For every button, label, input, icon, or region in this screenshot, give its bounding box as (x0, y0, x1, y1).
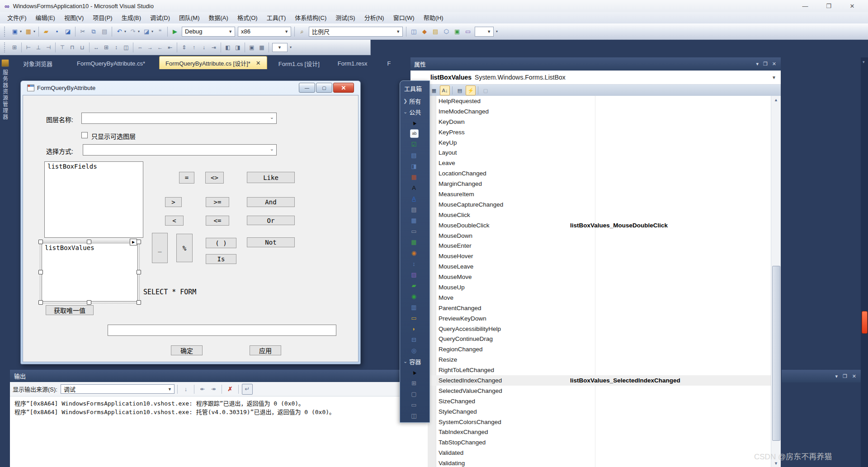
listbox-fields[interactable]: listBoxFields (44, 161, 143, 238)
toolbar-overflow-icon[interactable]: ▾ (496, 29, 498, 33)
toolbox-item-common-12[interactable]: ◉ (400, 247, 429, 258)
event-row-parentchanged[interactable]: ParentChanged (410, 303, 771, 313)
event-row-marginchanged[interactable]: MarginChanged (410, 179, 771, 189)
tab--[interactable]: 对象浏览器 (17, 57, 58, 69)
toolbox-section-all[interactable]: ❯所有 (400, 95, 429, 106)
layer-name-label[interactable]: 图层名称: (46, 115, 73, 124)
align-to-grid-icon[interactable]: ⊞ (10, 43, 19, 52)
toolbox-section-common[interactable]: ⌄公共 (400, 106, 429, 117)
resize-handle[interactable] (38, 240, 43, 244)
float-window-icon[interactable]: ❐ (843, 373, 847, 379)
resize-handle[interactable] (87, 300, 91, 305)
find-message-icon[interactable]: ↓ (181, 384, 191, 394)
paste-icon[interactable]: ▤ (99, 26, 110, 37)
close-icon[interactable]: ✕ (256, 60, 261, 66)
center-horizontal-icon[interactable]: ◧ (223, 43, 232, 52)
designer-form-titlebar[interactable]: FormQueryByAttribute — ▢ ✕ (21, 81, 360, 94)
operator-not-button[interactable]: Not (247, 237, 295, 247)
apply-button[interactable]: 应用 (250, 345, 281, 355)
v-spacing-decrease-icon[interactable]: ↓ (199, 43, 208, 52)
save-icon[interactable]: ▪ (52, 26, 62, 37)
start-debugging-icon[interactable]: ▶ (170, 26, 180, 37)
event-row-imemodechanged[interactable]: ImeModeChanged (410, 106, 771, 117)
toolbox-item-containers-0[interactable]: ▲ (400, 367, 429, 377)
event-row-selectedvaluechanged[interactable]: SelectedValueChanged (410, 386, 771, 396)
tab-form1-cs-[interactable]: Form1.cs [设计] (273, 57, 326, 69)
operator-and-button[interactable]: And (247, 197, 295, 207)
event-row-mousedown[interactable]: MouseDown (410, 231, 771, 241)
toolbox-item-common-14[interactable]: ▨ (400, 269, 429, 280)
sidebar-tab-server-explorer[interactable]: 服务器资源管理器 (0, 57, 10, 157)
event-row-mouseclick[interactable]: MouseClick (410, 210, 771, 220)
properties-window-icon[interactable]: ▤ (430, 26, 441, 37)
tab-form1-resx[interactable]: Form1.resx (332, 57, 373, 69)
align-rights-icon[interactable]: ⊣ (44, 43, 53, 52)
close-icon[interactable]: ✕ (772, 61, 776, 67)
only-selectable-checkbox[interactable] (81, 132, 88, 138)
menu-item-3[interactable]: 项目(P) (88, 12, 117, 24)
center-vertical-icon[interactable]: ◨ (233, 43, 242, 52)
menu-item-4[interactable]: 生成(B) (117, 12, 146, 24)
output-panel-header[interactable]: 输出 (10, 370, 410, 382)
menu-item-11[interactable]: 测试(S) (331, 12, 359, 24)
event-row-validating[interactable]: Validating (410, 458, 771, 467)
event-row-layout[interactable]: Layout (410, 147, 771, 158)
platform-combo[interactable]: x86▼ (238, 27, 291, 37)
new-project-icon[interactable]: ▣▾ (9, 26, 23, 37)
h-spacing-remove-icon[interactable]: ⇤ (165, 43, 175, 52)
menu-item-5[interactable]: 调试(D) (146, 12, 175, 24)
output-source-combobox[interactable]: 调试 ▼ (61, 384, 175, 394)
chevron-down-icon[interactable]: ▾ (863, 60, 865, 64)
get-unique-values-button[interactable]: 获取唯一值 (46, 305, 94, 315)
event-row-locationchanged[interactable]: LocationChanged (410, 168, 771, 179)
toolbox-item-common-0[interactable]: ▲ (400, 117, 429, 128)
events-view-icon[interactable]: ⚡ (466, 85, 476, 95)
align-middles-icon[interactable]: ⊓ (68, 43, 77, 52)
tab-f[interactable]: F (382, 57, 391, 69)
window-minimize-button[interactable]: — (799, 3, 811, 9)
select-mode-label[interactable]: 选择方式: (46, 146, 73, 156)
toolbox-item-common-16[interactable]: ◉ (400, 291, 429, 302)
find-icon[interactable]: ⌕ (297, 26, 307, 37)
tab-formquerybyattribute-cs-[interactable]: FormQueryByAttribute.cs [设计]*✕ (159, 56, 267, 69)
categorized-icon[interactable]: ▦ (429, 85, 439, 95)
h-spacing-increase-icon[interactable]: → (146, 43, 155, 52)
docked-panel-header[interactable]: ▾ ❐ ✕ (782, 370, 861, 382)
scroll-up-icon[interactable]: ▲ (771, 96, 781, 104)
properties-view-icon[interactable]: ▤ (455, 85, 465, 95)
alphabetical-sort-icon[interactable]: A↓ (440, 85, 450, 95)
save-all-icon[interactable]: ◪ (62, 26, 73, 37)
resize-handle[interactable] (38, 300, 43, 305)
navigate-icon[interactable]: ◪▾ (141, 26, 155, 37)
operator-paren-button[interactable]: ( ) (206, 238, 236, 248)
operator-or-button[interactable]: Or (247, 216, 295, 225)
toolbox-item-common-21[interactable]: ◎ (400, 345, 429, 356)
toolbox-item-common-7[interactable]: A (400, 193, 429, 204)
scrollbar-thumb[interactable] (772, 266, 780, 441)
h-spacing-decrease-icon[interactable]: ← (156, 43, 165, 52)
toolbox-item-common-20[interactable]: ⊟ (400, 334, 429, 345)
align-lefts-icon[interactable]: ⊢ (24, 43, 33, 52)
command-window-icon[interactable]: ▭ (462, 26, 473, 37)
cut-icon[interactable]: ✂ (77, 26, 88, 37)
menu-item-12[interactable]: 分析(N) (360, 12, 389, 24)
chevron-down-icon[interactable]: ▾ (835, 373, 838, 379)
event-row-querycontinuedrag[interactable]: QueryContinueDrag (410, 334, 771, 344)
undo-icon[interactable]: ↶▾ (114, 26, 127, 37)
toolbar-overflow-icon[interactable]: ▾ (290, 45, 292, 49)
comment-icon[interactable]: ❝ (155, 26, 165, 37)
event-row-resize[interactable]: Resize (410, 354, 771, 365)
toolbox-item-common-4[interactable]: ◨ (400, 160, 429, 171)
event-row-systemcolorschanged[interactable]: SystemColorsChanged (410, 417, 771, 427)
word-wrap-icon[interactable]: ↵ (242, 384, 253, 395)
toolbox-item-common-1[interactable]: ab (400, 128, 429, 139)
operator-percent-button[interactable]: % (176, 234, 193, 262)
ok-button[interactable]: 确定 (171, 345, 203, 355)
clear-all-icon[interactable]: ✗ (225, 384, 235, 394)
menu-item-14[interactable]: 帮助(H) (419, 12, 448, 24)
operator-is-button[interactable]: Is (206, 254, 236, 264)
listbox-values[interactable]: listBoxValues (42, 243, 138, 302)
form-maximize-button[interactable]: ▢ (316, 83, 332, 93)
toolbox-item-containers-3[interactable]: ▭ (400, 399, 429, 410)
resize-handle[interactable] (87, 240, 91, 244)
